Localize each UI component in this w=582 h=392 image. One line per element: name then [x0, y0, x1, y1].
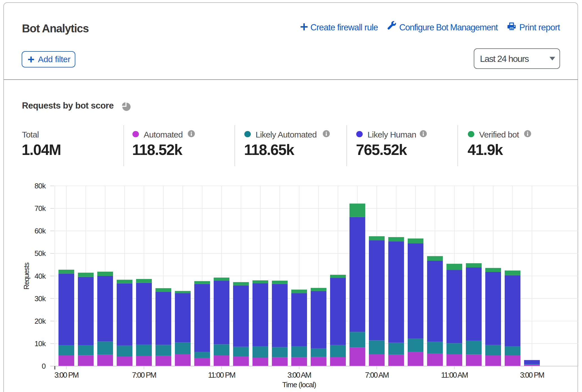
svg-text:11:00 PM: 11:00 PM — [208, 371, 235, 379]
svg-text:7:00 PM: 7:00 PM — [132, 371, 156, 379]
svg-text:20k: 20k — [35, 317, 46, 325]
svg-text:Requests: Requests — [22, 263, 30, 290]
svg-text:3:00 PM: 3:00 PM — [54, 371, 78, 379]
svg-text:11:00 AM: 11:00 AM — [441, 371, 468, 379]
svg-text:30k: 30k — [35, 294, 46, 303]
svg-text:70k: 70k — [35, 204, 46, 213]
svg-text:10k: 10k — [35, 339, 46, 348]
svg-text:60k: 60k — [35, 227, 46, 235]
svg-text:80k: 80k — [35, 182, 46, 190]
svg-text:3:00 PM: 3:00 PM — [520, 371, 544, 379]
svg-text:0: 0 — [42, 362, 46, 370]
svg-text:Time (local): Time (local) — [282, 380, 316, 389]
svg-text:7:00 AM: 7:00 AM — [365, 371, 389, 379]
svg-text:3:00 AM: 3:00 AM — [287, 371, 311, 379]
svg-text:50k: 50k — [35, 249, 46, 258]
svg-text:40k: 40k — [35, 272, 46, 280]
